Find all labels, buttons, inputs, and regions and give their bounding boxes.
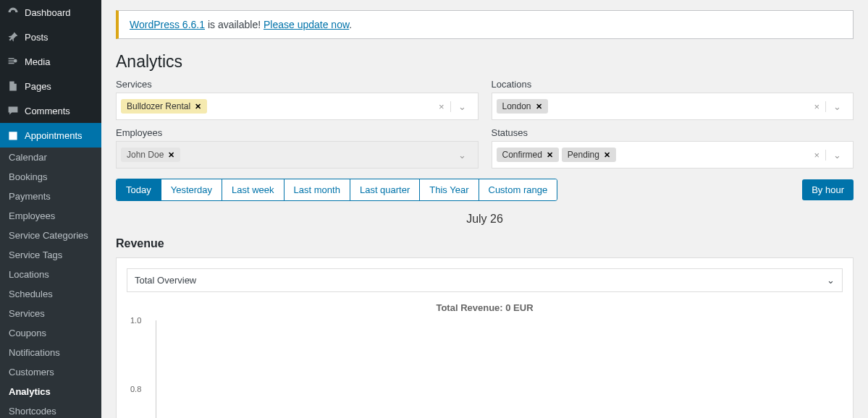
chip-text: London	[502, 101, 531, 111]
remove-chip-icon[interactable]: ✕	[168, 150, 174, 160]
nav-item-media[interactable]: Media	[0, 49, 101, 74]
services-field[interactable]: Bulldozer Rental✕ × ⌄	[116, 93, 479, 120]
statuses-label: Statuses	[492, 127, 854, 138]
chevron-down-icon[interactable]: ⌄	[825, 150, 848, 161]
clear-icon[interactable]: ×	[808, 150, 825, 161]
range-last-month[interactable]: Last month	[285, 179, 350, 200]
media-icon	[6, 54, 20, 69]
locations-field[interactable]: London✕ × ⌄	[492, 93, 854, 120]
remove-chip-icon[interactable]: ✕	[604, 150, 610, 160]
employees-label: Employees	[116, 127, 479, 138]
filter-chip: Pending✕	[562, 148, 616, 162]
chevron-down-icon[interactable]: ⌄	[450, 101, 473, 112]
chart-type-select[interactable]: Total Overview ⌄	[127, 268, 843, 292]
y-tick-label: 0.8	[130, 385, 141, 393]
wp-version-link[interactable]: WordPress 6.6.1	[130, 19, 205, 30]
dashboard-icon	[6, 5, 20, 20]
nav-label: Pages	[25, 81, 51, 92]
pin-icon	[6, 30, 20, 44]
nav-subitem-service-tags[interactable]: Service Tags	[0, 245, 101, 265]
services-label: Services	[116, 79, 479, 90]
nav-subitem-customers[interactable]: Customers	[0, 362, 101, 382]
chevron-down-icon: ⌄	[451, 150, 473, 161]
remove-chip-icon[interactable]: ✕	[547, 150, 553, 160]
nav-subitem-coupons[interactable]: Coupons	[0, 323, 101, 343]
nav-label: Media	[25, 56, 50, 67]
remove-chip-icon[interactable]: ✕	[536, 102, 542, 111]
clear-icon[interactable]: ×	[433, 101, 450, 112]
filter-chip: Bulldozer Rental✕	[121, 99, 207, 114]
nav-subitem-schedules[interactable]: Schedules	[0, 284, 101, 304]
revenue-heading: Revenue	[116, 237, 854, 250]
nav-label: Appointments	[25, 130, 83, 141]
range-today[interactable]: Today	[117, 179, 161, 200]
range-last-quarter[interactable]: Last quarter	[350, 179, 420, 200]
range-custom-range[interactable]: Custom range	[479, 179, 557, 200]
chip-text: Pending	[568, 150, 599, 160]
notice-text: is available!	[205, 19, 264, 30]
nav-label: Comments	[25, 106, 70, 116]
chart-type-value: Total Overview	[135, 275, 196, 286]
employees-field: John Doe✕ ⌄	[116, 141, 479, 169]
range-last-week[interactable]: Last week	[222, 179, 285, 200]
comment-icon	[6, 103, 20, 118]
nav-item-comments[interactable]: Comments	[0, 98, 101, 123]
chip-text: John Doe	[127, 150, 164, 160]
chart-title: Total Revenue: 0 EUR	[127, 302, 843, 313]
chart-plot-area: 1.00.80.6	[156, 320, 843, 418]
clear-icon[interactable]: ×	[808, 101, 825, 112]
nav-subitem-payments[interactable]: Payments	[0, 187, 101, 206]
update-notice: WordPress 6.6.1 is available! Please upd…	[116, 10, 854, 39]
current-date-label: July 26	[116, 213, 854, 226]
filter-chip: London✕	[497, 99, 548, 114]
range-yesterday[interactable]: Yesterday	[161, 179, 222, 200]
range-this-year[interactable]: This Year	[420, 179, 479, 200]
y-tick-label: 1.0	[130, 316, 141, 325]
nav-subitem-services[interactable]: Services	[0, 304, 101, 323]
nav-item-pages[interactable]: Pages	[0, 74, 101, 98]
nav-subitem-shortcodes[interactable]: Shortcodes	[0, 401, 101, 418]
nav-label: Posts	[25, 32, 49, 43]
nav-subitem-notifications[interactable]: Notifications	[0, 343, 101, 362]
date-range-group: TodayYesterdayLast weekLast monthLast qu…	[116, 179, 557, 201]
filter-chip: John Doe✕	[121, 148, 180, 162]
page-title: Analytics	[116, 52, 854, 72]
chip-text: Bulldozer Rental	[127, 101, 190, 111]
page-icon	[6, 79, 20, 93]
main-content: WordPress 6.6.1 is available! Please upd…	[101, 0, 868, 418]
nav-subitem-calendar[interactable]: Calendar	[0, 148, 101, 167]
chip-text: Confirmed	[502, 150, 542, 160]
filter-chip: Confirmed✕	[497, 148, 559, 162]
nav-subitem-bookings[interactable]: Bookings	[0, 167, 101, 187]
nav-item-appointments[interactable]: Appointments	[0, 123, 101, 148]
nav-subitem-analytics[interactable]: Analytics	[0, 382, 101, 401]
nav-label: Dashboard	[25, 7, 71, 18]
nav-item-dashboard[interactable]: Dashboard	[0, 0, 101, 25]
nav-subitem-service-categories[interactable]: Service Categories	[0, 226, 101, 245]
update-now-link[interactable]: Please update now	[264, 19, 349, 30]
by-hour-button[interactable]: By hour	[802, 179, 854, 200]
revenue-chart-card: Total Overview ⌄ Total Revenue: 0 EUR 1.…	[116, 257, 854, 418]
calendar-icon	[6, 128, 20, 142]
admin-sidebar: DashboardPostsMediaPagesCommentsAppointm…	[0, 0, 101, 418]
locations-label: Locations	[492, 79, 854, 90]
statuses-field[interactable]: Confirmed✕Pending✕ × ⌄	[492, 141, 854, 169]
remove-chip-icon[interactable]: ✕	[195, 102, 201, 111]
nav-subitem-employees[interactable]: Employees	[0, 206, 101, 226]
chevron-down-icon[interactable]: ⌄	[825, 101, 848, 112]
nav-subitem-locations[interactable]: Locations	[0, 265, 101, 284]
nav-item-posts[interactable]: Posts	[0, 25, 101, 49]
chevron-down-icon: ⌄	[827, 275, 835, 286]
